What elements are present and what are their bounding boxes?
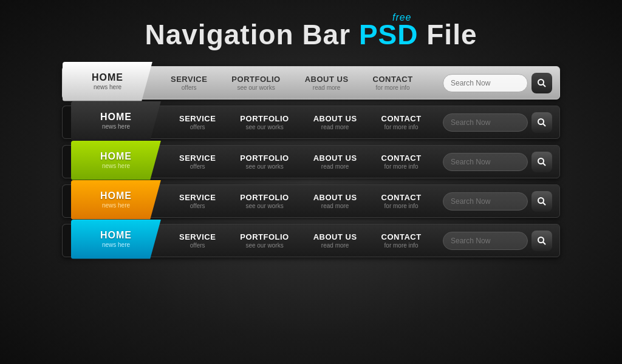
nav-item-4[interactable]: CONTACTfor more info xyxy=(369,224,434,257)
nav-item-label: PORTFOLIO xyxy=(240,153,289,163)
left-accent-block xyxy=(63,185,71,217)
home-sublabel: news here xyxy=(94,84,121,90)
nav-item-1[interactable]: SERVICEoffers xyxy=(167,185,228,217)
search-icon xyxy=(537,197,547,206)
search-button[interactable] xyxy=(531,191,552,212)
search-area xyxy=(443,191,552,212)
svg-point-8 xyxy=(538,237,544,243)
nav-item-sublabel: read more xyxy=(321,203,349,209)
title-area: Navigation Barfree PSD File xyxy=(145,18,477,51)
nav-item-3[interactable]: ABOUT USread more xyxy=(301,106,369,138)
title-free: free xyxy=(392,12,412,23)
nav-item-label: ABOUT US xyxy=(313,193,357,202)
nav-item-label: CONTACT xyxy=(381,153,422,163)
nav-item-4[interactable]: CONTACTfor more info xyxy=(361,67,425,99)
title-text: Navigation Barfree PSD File xyxy=(145,19,477,50)
nav-item-sublabel: for more info xyxy=(384,242,419,249)
home-tab-2[interactable]: HOMEnews here xyxy=(71,101,161,141)
nav-item-label: CONTACT xyxy=(381,193,422,202)
search-button[interactable] xyxy=(531,231,552,251)
nav-item-label: ABOUT US xyxy=(313,232,357,241)
search-icon xyxy=(537,157,547,167)
search-icon xyxy=(537,236,547,246)
navbar-2: HOMEnews hereSERVICEoffersPORTFOLIOsee o… xyxy=(62,106,560,139)
svg-point-6 xyxy=(538,198,544,203)
nav-item-3[interactable]: ABOUT USread more xyxy=(301,185,369,217)
nav-item-2[interactable]: PORTFOLIOsee our works xyxy=(228,106,301,138)
search-button[interactable] xyxy=(531,112,552,133)
nav-item-label: SERVICE xyxy=(179,153,216,163)
search-area xyxy=(443,152,552,172)
svg-point-4 xyxy=(538,158,544,164)
nav-item-sublabel: offers xyxy=(190,242,205,249)
nav-item-4[interactable]: CONTACTfor more info xyxy=(369,146,434,178)
search-input[interactable] xyxy=(443,74,528,92)
search-icon xyxy=(537,78,547,88)
nav-item-sublabel: for more info xyxy=(384,163,419,170)
nav-item-2[interactable]: PORTFOLIOsee our works xyxy=(228,185,301,217)
search-input[interactable] xyxy=(443,192,528,211)
nav-items: SERVICEoffersPORTFOLIOsee our worksABOUT… xyxy=(161,106,443,138)
nav-item-label: ABOUT US xyxy=(313,153,357,163)
nav-item-sublabel: offers xyxy=(190,124,205,130)
nav-items: SERVICEoffersPORTFOLIOsee our worksABOUT… xyxy=(161,146,443,178)
nav-item-label: CONTACT xyxy=(381,232,422,241)
nav-item-sublabel: read more xyxy=(321,242,349,249)
navbar-4: HOMEnews hereSERVICEoffersPORTFOLIOsee o… xyxy=(62,184,560,218)
nav-item-sublabel: for more info xyxy=(384,203,419,209)
nav-item-1[interactable]: SERVICEoffers xyxy=(167,106,228,138)
search-icon xyxy=(537,118,547,127)
nav-item-3[interactable]: ABOUT USread more xyxy=(293,67,361,99)
title-psd: PSD xyxy=(350,19,418,50)
nav-item-label: PORTFOLIO xyxy=(240,193,289,202)
nav-item-label: PORTFOLIO xyxy=(240,114,289,123)
nav-item-1[interactable]: SERVICEoffers xyxy=(167,224,228,257)
svg-line-3 xyxy=(543,124,545,126)
nav-item-2[interactable]: PORTFOLIOsee our works xyxy=(228,146,301,178)
nav-item-sublabel: read more xyxy=(321,163,349,170)
navbar-5: HOMEnews hereSERVICEoffersPORTFOLIOsee o… xyxy=(62,224,560,257)
navbar-1: HOMEnews hereSERVICEoffersPORTFOLIOsee o… xyxy=(62,66,560,99)
search-button[interactable] xyxy=(531,152,552,172)
home-tab-5[interactable]: HOMEnews here xyxy=(71,220,161,259)
nav-item-2[interactable]: PORTFOLIOsee our works xyxy=(219,67,292,99)
home-tab-4[interactable]: HOMEnews here xyxy=(71,180,161,220)
svg-point-2 xyxy=(538,119,544,124)
home-label: HOME xyxy=(100,230,132,241)
home-label: HOME xyxy=(100,151,132,162)
search-button[interactable] xyxy=(531,73,552,93)
nav-item-3[interactable]: ABOUT USread more xyxy=(301,146,369,178)
home-sublabel: news here xyxy=(102,123,130,130)
nav-item-4[interactable]: CONTACTfor more info xyxy=(369,185,434,217)
nav-item-sublabel: see our works xyxy=(245,203,283,209)
nav-item-label: SERVICE xyxy=(171,75,207,84)
home-tab-3[interactable]: HOMEnews here xyxy=(71,141,161,180)
svg-point-0 xyxy=(538,79,544,85)
nav-item-1[interactable]: SERVICEoffers xyxy=(167,146,228,178)
nav-item-sublabel: see our works xyxy=(245,124,283,130)
nav-item-sublabel: see our works xyxy=(237,84,275,91)
search-input[interactable] xyxy=(443,232,528,250)
search-area xyxy=(443,112,552,133)
nav-item-sublabel: offers xyxy=(182,84,197,91)
nav-item-label: SERVICE xyxy=(179,193,216,202)
nav-item-label: PORTFOLIO xyxy=(240,232,289,241)
nav-item-sublabel: for more info xyxy=(376,84,410,91)
search-input[interactable] xyxy=(443,153,528,171)
nav-item-sublabel: offers xyxy=(190,163,205,170)
nav-item-label: ABOUT US xyxy=(313,114,357,123)
left-accent-block xyxy=(63,106,71,138)
nav-item-4[interactable]: CONTACTfor more info xyxy=(369,106,434,138)
nav-item-3[interactable]: ABOUT USread more xyxy=(301,224,369,257)
navbars-container: HOMEnews hereSERVICEoffersPORTFOLIOsee o… xyxy=(62,66,560,257)
nav-item-2[interactable]: PORTFOLIOsee our works xyxy=(228,224,301,257)
left-accent-block xyxy=(63,224,71,257)
svg-line-1 xyxy=(543,84,545,87)
search-input[interactable] xyxy=(443,113,528,132)
search-area xyxy=(443,231,552,251)
svg-line-7 xyxy=(543,203,545,205)
home-label: HOME xyxy=(100,190,132,201)
nav-items: SERVICEoffersPORTFOLIOsee our worksABOUT… xyxy=(161,185,443,217)
home-tab-1[interactable]: HOMEnews here xyxy=(63,62,152,101)
nav-item-1[interactable]: SERVICEoffers xyxy=(159,67,219,99)
